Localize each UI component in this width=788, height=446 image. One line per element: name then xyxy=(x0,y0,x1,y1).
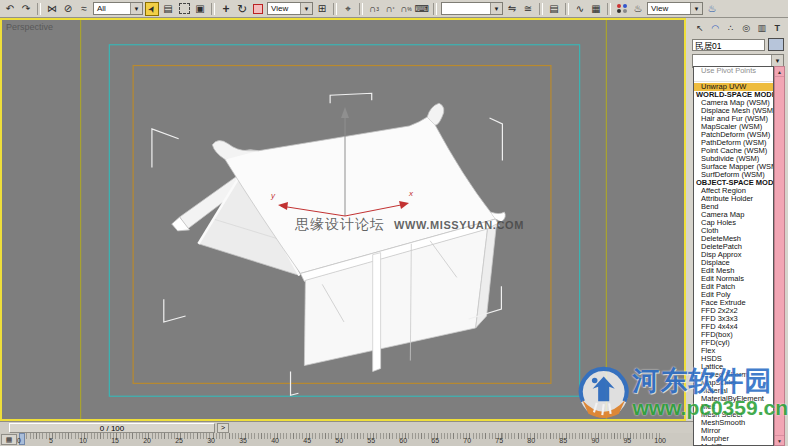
chevron-down-icon[interactable]: ▼ xyxy=(130,3,142,14)
use-pivot-point-center-icon[interactable]: ⊞ xyxy=(315,2,329,16)
angle-snap-toggle-icon[interactable]: ∩° xyxy=(383,2,397,16)
modifier-list-item[interactable]: Edit Patch xyxy=(694,283,773,291)
render-type-dropdown[interactable]: View ▼ xyxy=(647,2,703,15)
selection-filter-dropdown[interactable]: All ▼ xyxy=(93,2,143,15)
tab-motion[interactable]: ◎ xyxy=(739,20,755,35)
cursor-arrow-icon: ➤ xyxy=(144,2,160,16)
material-editor-icon[interactable] xyxy=(615,2,629,16)
modifier-list-item[interactable]: Edit Normals xyxy=(694,275,773,283)
timeline-label: 85 xyxy=(558,437,568,444)
modifier-list-item[interactable]: Affect Region xyxy=(694,187,773,195)
tab-hierarchy[interactable]: ∴ xyxy=(723,20,739,35)
select-and-link-icon[interactable]: ⋈ xyxy=(45,2,59,16)
schematic-view-icon[interactable]: ▦ xyxy=(589,2,603,16)
chevron-down-icon[interactable]: ▼ xyxy=(300,3,312,14)
modifier-list-item[interactable]: FFD 4x4x4 xyxy=(694,323,773,331)
modifier-list-item[interactable]: FFD(cyl) xyxy=(694,339,773,347)
window-crossing-icon[interactable]: ▣ xyxy=(193,2,207,16)
modifier-list-item[interactable]: Edit Poly xyxy=(694,291,773,299)
modifier-list-item[interactable]: Morpher xyxy=(694,435,773,443)
modifier-list-item[interactable]: DeleteMesh xyxy=(694,235,773,243)
chevron-down-icon[interactable]: ▼ xyxy=(490,3,502,14)
chevron-down-icon[interactable]: ▼ xyxy=(690,3,702,14)
modifier-list-item[interactable]: Hair and Fur (WSM) xyxy=(694,115,773,123)
modifier-list-item[interactable]: Camera Map xyxy=(694,211,773,219)
modifier-list-item[interactable]: SurfDeform (WSM) xyxy=(694,171,773,179)
bind-to-space-warp-icon[interactable]: ≈ xyxy=(77,2,91,16)
gizmo-x-arrowhead xyxy=(399,201,409,209)
scroll-up-icon[interactable]: ▲ xyxy=(775,67,784,77)
modifier-list-item[interactable]: PatchDeform (WSM) xyxy=(694,131,773,139)
modifier-list-item[interactable]: Disp Approx xyxy=(694,251,773,259)
select-and-manipulate-icon[interactable]: ⌖ xyxy=(341,2,355,16)
selection-filter-value: All xyxy=(97,4,106,13)
hierarchy-icon: ∴ xyxy=(728,23,734,33)
modifier-list-item[interactable]: Bend xyxy=(694,203,773,211)
modifier-list-item[interactable]: Displace xyxy=(694,259,773,267)
object-color-swatch[interactable] xyxy=(768,38,784,51)
modifier-list-item[interactable]: Face Extrude xyxy=(694,299,773,307)
tab-modify[interactable]: ◠ xyxy=(708,20,724,35)
modifier-list-item[interactable]: Attribute Holder xyxy=(694,195,773,203)
modifier-list-item[interactable]: Camera Map (WSM) xyxy=(694,99,773,107)
layer-manager-icon[interactable]: ▤ xyxy=(547,2,561,16)
pc0359-watermark: 河东软件园 www.pc0359.cn xyxy=(576,350,788,436)
redo-icon[interactable]: ↷ xyxy=(19,2,33,16)
keyboard-shortcut-override-icon[interactable]: ⌨ xyxy=(415,2,429,16)
transform-gizmo[interactable]: y x xyxy=(257,90,427,230)
named-selection-sets-dropdown[interactable]: ▼ xyxy=(441,2,503,15)
modifier-list-item[interactable]: FFD(box) xyxy=(694,331,773,339)
modifier-list-item[interactable]: Subdivide (WSM) xyxy=(694,155,773,163)
next-frame-button[interactable]: > xyxy=(217,423,229,433)
modifier-list-item[interactable]: Cap Holes xyxy=(694,219,773,227)
modifier-list-item[interactable]: FFD 3x3x3 xyxy=(694,315,773,323)
render-type-value: View xyxy=(651,4,668,13)
modifier-list-item xyxy=(694,75,773,82)
object-name-field[interactable]: 民居01 xyxy=(692,39,765,51)
select-and-move-icon[interactable]: + xyxy=(219,2,233,16)
magnet-icon: ∩ xyxy=(400,2,407,16)
gizmo-x-axis[interactable] xyxy=(345,204,406,216)
toolbar-separator xyxy=(211,3,215,15)
magnet-icon: ∩ xyxy=(385,2,392,16)
modifier-list-item[interactable]: Cloth xyxy=(694,227,773,235)
select-by-name-icon[interactable]: ▤ xyxy=(161,2,175,16)
modifier-list-item[interactable]: FFD 2x2x2 xyxy=(694,307,773,315)
modifier-list-item[interactable]: Displace Mesh (WSM) xyxy=(694,107,773,115)
scroll-down-icon[interactable]: ▼ xyxy=(775,435,784,445)
timeline-label: 65 xyxy=(430,437,440,444)
rectangular-selection-region-icon[interactable] xyxy=(177,2,191,16)
quick-render-icon[interactable]: ♨ xyxy=(705,2,719,16)
mirror-icon[interactable]: ⇋ xyxy=(505,2,519,16)
open-mini-curve-editor-button[interactable]: ▦ xyxy=(1,434,17,445)
gizmo-y-axis[interactable] xyxy=(281,206,345,216)
time-slider-handle[interactable]: 0 / 100 xyxy=(9,423,215,433)
modifier-list-item[interactable]: Unwrap UVW xyxy=(694,83,773,91)
tab-display[interactable]: ▥ xyxy=(754,20,770,35)
toolbar-separator xyxy=(607,3,611,15)
modifier-list-item[interactable]: DeletePatch xyxy=(694,243,773,251)
unlink-selection-icon[interactable]: ⊘ xyxy=(61,2,75,16)
snap-toggle-3d-icon[interactable]: ∩3 xyxy=(367,2,381,16)
tab-utilities[interactable]: T xyxy=(770,20,786,35)
percent-snap-toggle-icon[interactable]: ∩% xyxy=(399,2,413,16)
select-object-button[interactable]: ➤ xyxy=(145,2,159,16)
curve-editor-icon[interactable]: ∿ xyxy=(573,2,587,16)
select-and-rotate-icon[interactable]: ↻ xyxy=(235,2,249,16)
modify-icon: ◠ xyxy=(711,23,719,33)
modifier-list-item[interactable]: Surface Mapper (WSM) xyxy=(694,163,773,171)
modifier-list-item[interactable]: PathDeform (WSM) xyxy=(694,139,773,147)
select-and-scale-icon[interactable] xyxy=(251,2,265,16)
reference-coordinate-dropdown[interactable]: View ▼ xyxy=(267,2,313,15)
modifier-list-item: WORLD-SPACE MODIFIERS xyxy=(694,91,773,99)
modifier-list-item[interactable]: MapScaler (WSM) xyxy=(694,123,773,131)
undo-icon[interactable]: ↶ xyxy=(3,2,17,16)
align-icon[interactable]: ≅ xyxy=(521,2,535,16)
utilities-icon: T xyxy=(775,23,781,33)
tab-create[interactable]: ↖ xyxy=(692,20,708,35)
render-setup-icon[interactable]: ♨ xyxy=(631,2,645,16)
modifier-list-item[interactable]: Edit Mesh xyxy=(694,267,773,275)
viewport-label[interactable]: Perspective xyxy=(6,22,53,32)
toolbar-separator xyxy=(565,3,569,15)
modifier-list-item[interactable]: Point Cache (WSM) xyxy=(694,147,773,155)
